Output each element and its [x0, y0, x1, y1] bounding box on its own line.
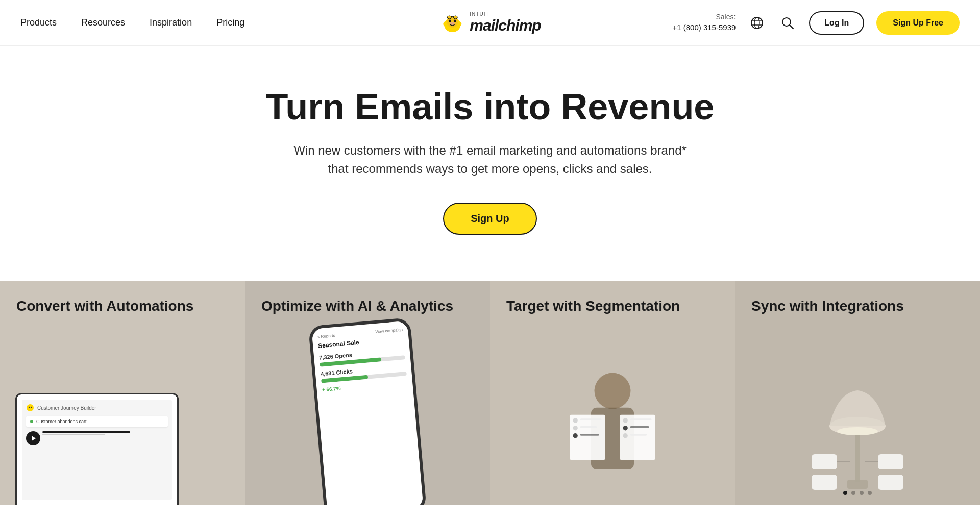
login-button[interactable]: Log In: [809, 11, 864, 35]
svg-rect-35: [630, 434, 647, 436]
logo-text: INTUIT mailchimp: [470, 11, 541, 34]
hero-title: Turn Emails into Revenue: [266, 87, 715, 127]
screen-row-1: Customer abandons cart: [26, 416, 168, 427]
nav-pricing[interactable]: Pricing: [216, 17, 244, 28]
feature-integrations: Sync with Integrations: [735, 281, 980, 505]
feature-integrations-image: [735, 332, 980, 505]
feature-ai-image: < Reports View campaign Seasonal Sale 7,…: [245, 332, 490, 505]
svg-point-17: [29, 407, 30, 408]
carousel-dot-4[interactable]: [868, 491, 872, 495]
flow-node: [26, 431, 40, 445]
language-selector[interactable]: [748, 14, 766, 32]
svg-point-11: [754, 17, 760, 29]
screen-header: Customer Journey Builder: [26, 404, 168, 412]
svg-marker-19: [32, 436, 36, 441]
svg-point-16: [27, 404, 34, 411]
feature-segmentation-image: [490, 332, 735, 505]
carousel-dots: [843, 491, 872, 495]
nav-inspiration[interactable]: Inspiration: [150, 17, 192, 28]
feature-ai-analytics: Optimize with AI & Analytics < Reports V…: [245, 281, 490, 505]
laptop-mockup: Customer Journey Builder Customer abando…: [15, 393, 179, 505]
svg-point-30: [623, 418, 628, 423]
svg-point-10: [751, 17, 763, 29]
svg-rect-34: [630, 426, 649, 428]
svg-point-23: [573, 418, 578, 423]
hero-section: Turn Emails into Revenue Win new custome…: [0, 46, 980, 281]
svg-rect-28: [580, 434, 599, 436]
svg-line-15: [790, 25, 793, 29]
svg-point-32: [623, 433, 628, 438]
flow-lines: [42, 431, 168, 445]
feature-automations-title: Convert with Automations: [0, 281, 245, 315]
nav-right: Sales: +1 (800) 315-5939 Log In Sign Up …: [672, 11, 960, 35]
svg-rect-42: [812, 475, 837, 490]
feature-integrations-title: Sync with Integrations: [735, 281, 980, 315]
lamp-illustration: [801, 352, 914, 505]
nav-left: Products Resources Inspiration Pricing: [20, 17, 244, 28]
feature-automations-image: Customer Journey Builder Customer abando…: [0, 332, 245, 505]
svg-point-5: [449, 19, 451, 22]
feature-segmentation: Target with Segmentation: [490, 281, 735, 505]
svg-point-9: [453, 16, 457, 19]
svg-point-7: [450, 22, 455, 25]
svg-rect-41: [878, 454, 903, 469]
carousel-dot-2[interactable]: [851, 491, 855, 495]
phone-screen: < Reports View campaign Seasonal Sale 7,…: [311, 321, 423, 505]
intuit-label: INTUIT: [470, 11, 489, 17]
feature-ai-analytics-title: Optimize with AI & Analytics: [245, 281, 490, 315]
search-button[interactable]: [778, 14, 797, 32]
svg-point-39: [837, 427, 878, 435]
hero-signup-button[interactable]: Sign Up: [443, 203, 537, 235]
svg-rect-33: [630, 418, 652, 420]
svg-point-31: [623, 426, 628, 430]
screen-row-text: Customer abandons cart: [36, 419, 87, 424]
svg-rect-43: [878, 475, 903, 490]
sales-label: Sales:: [672, 12, 736, 22]
svg-rect-37: [855, 434, 860, 482]
features-section: Convert with Automations Customer Journe…: [0, 281, 980, 505]
svg-rect-26: [580, 418, 602, 420]
sales-phone: +1 (800) 315-5939: [672, 23, 736, 32]
mailchimp-label: mailchimp: [470, 17, 541, 34]
hero-subtitle: Win new customers with the #1 email mark…: [286, 141, 694, 178]
svg-point-24: [573, 426, 578, 430]
nav-products[interactable]: Products: [20, 17, 57, 28]
carousel-dot-3[interactable]: [860, 491, 864, 495]
svg-point-18: [31, 407, 32, 408]
svg-point-20: [595, 373, 631, 409]
svg-rect-40: [812, 454, 837, 469]
mailchimp-small-icon: [26, 404, 34, 412]
screen-app-title: Customer Journey Builder: [37, 405, 96, 411]
sales-info: Sales: +1 (800) 315-5939: [672, 12, 736, 34]
search-icon: [781, 16, 794, 30]
signup-free-button[interactable]: Sign Up Free: [876, 11, 960, 35]
feature-automations: Convert with Automations Customer Journe…: [0, 281, 245, 505]
play-icon: [30, 435, 37, 442]
globe-icon: [750, 16, 764, 30]
person-illustration: [561, 362, 664, 505]
svg-point-6: [454, 19, 456, 22]
carousel-dot-1[interactable]: [843, 491, 847, 495]
svg-point-25: [573, 433, 578, 438]
phone-mockup: < Reports View campaign Seasonal Sale 7,…: [308, 317, 427, 505]
flow-diagram: [26, 431, 168, 445]
logo[interactable]: INTUIT mailchimp: [439, 10, 541, 36]
navbar: Products Resources Inspiration Pricing: [0, 0, 980, 46]
mailchimp-monkey-icon: [439, 10, 465, 36]
feature-segmentation-title: Target with Segmentation: [490, 281, 735, 315]
nav-resources[interactable]: Resources: [81, 17, 125, 28]
svg-point-8: [447, 16, 451, 19]
svg-rect-27: [580, 426, 597, 428]
